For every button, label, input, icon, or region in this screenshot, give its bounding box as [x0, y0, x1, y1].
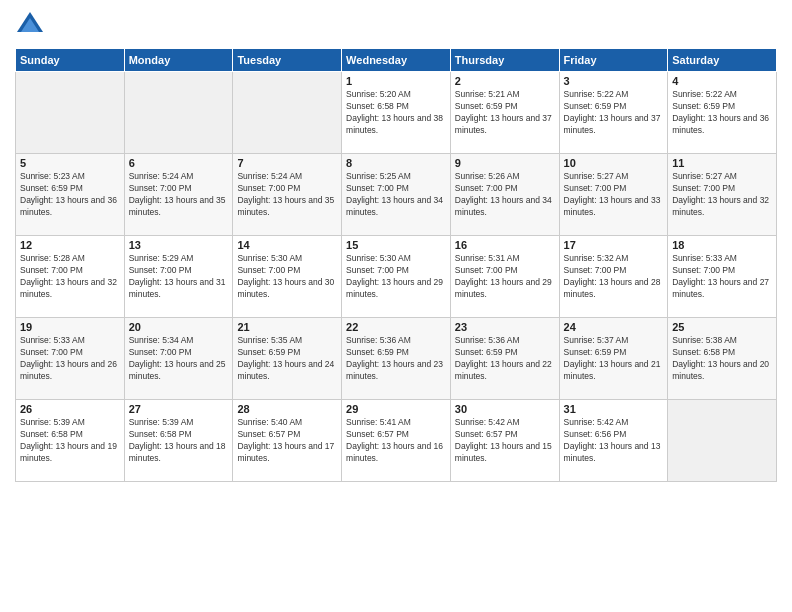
cell-w3-d6: 17Sunrise: 5:32 AMSunset: 7:00 PMDayligh…	[559, 236, 668, 318]
cell-w3-d4: 15Sunrise: 5:30 AMSunset: 7:00 PMDayligh…	[342, 236, 451, 318]
cell-w5-d6: 31Sunrise: 5:42 AMSunset: 6:56 PMDayligh…	[559, 400, 668, 482]
cell-w5-d7	[668, 400, 777, 482]
cell-w2-d6: 10Sunrise: 5:27 AMSunset: 7:00 PMDayligh…	[559, 154, 668, 236]
day-info-7: Sunrise: 5:24 AMSunset: 7:00 PMDaylight:…	[237, 171, 337, 219]
cell-w2-d1: 5Sunrise: 5:23 AMSunset: 6:59 PMDaylight…	[16, 154, 125, 236]
weekday-row: Sunday Monday Tuesday Wednesday Thursday…	[16, 49, 777, 72]
logo-icon	[15, 10, 45, 40]
day-info-10: Sunrise: 5:27 AMSunset: 7:00 PMDaylight:…	[564, 171, 664, 219]
day-info-29: Sunrise: 5:41 AMSunset: 6:57 PMDaylight:…	[346, 417, 446, 465]
cell-w3-d3: 14Sunrise: 5:30 AMSunset: 7:00 PMDayligh…	[233, 236, 342, 318]
cell-w1-d5: 2Sunrise: 5:21 AMSunset: 6:59 PMDaylight…	[450, 72, 559, 154]
day-info-23: Sunrise: 5:36 AMSunset: 6:59 PMDaylight:…	[455, 335, 555, 383]
cell-w1-d1	[16, 72, 125, 154]
day-info-21: Sunrise: 5:35 AMSunset: 6:59 PMDaylight:…	[237, 335, 337, 383]
day-info-27: Sunrise: 5:39 AMSunset: 6:58 PMDaylight:…	[129, 417, 229, 465]
cell-w2-d4: 8Sunrise: 5:25 AMSunset: 7:00 PMDaylight…	[342, 154, 451, 236]
day-number-20: 20	[129, 321, 229, 333]
cell-w5-d2: 27Sunrise: 5:39 AMSunset: 6:58 PMDayligh…	[124, 400, 233, 482]
day-info-16: Sunrise: 5:31 AMSunset: 7:00 PMDaylight:…	[455, 253, 555, 301]
day-number-17: 17	[564, 239, 664, 251]
day-info-11: Sunrise: 5:27 AMSunset: 7:00 PMDaylight:…	[672, 171, 772, 219]
page: Sunday Monday Tuesday Wednesday Thursday…	[0, 0, 792, 612]
calendar-table: Sunday Monday Tuesday Wednesday Thursday…	[15, 48, 777, 482]
cell-w4-d5: 23Sunrise: 5:36 AMSunset: 6:59 PMDayligh…	[450, 318, 559, 400]
day-info-31: Sunrise: 5:42 AMSunset: 6:56 PMDaylight:…	[564, 417, 664, 465]
cell-w2-d5: 9Sunrise: 5:26 AMSunset: 7:00 PMDaylight…	[450, 154, 559, 236]
day-info-9: Sunrise: 5:26 AMSunset: 7:00 PMDaylight:…	[455, 171, 555, 219]
day-info-19: Sunrise: 5:33 AMSunset: 7:00 PMDaylight:…	[20, 335, 120, 383]
col-thursday: Thursday	[450, 49, 559, 72]
cell-w5-d1: 26Sunrise: 5:39 AMSunset: 6:58 PMDayligh…	[16, 400, 125, 482]
header	[15, 10, 777, 40]
week-row-3: 12Sunrise: 5:28 AMSunset: 7:00 PMDayligh…	[16, 236, 777, 318]
day-number-13: 13	[129, 239, 229, 251]
day-number-10: 10	[564, 157, 664, 169]
day-number-11: 11	[672, 157, 772, 169]
week-row-4: 19Sunrise: 5:33 AMSunset: 7:00 PMDayligh…	[16, 318, 777, 400]
col-tuesday: Tuesday	[233, 49, 342, 72]
cell-w3-d1: 12Sunrise: 5:28 AMSunset: 7:00 PMDayligh…	[16, 236, 125, 318]
day-number-8: 8	[346, 157, 446, 169]
cell-w1-d2	[124, 72, 233, 154]
day-info-14: Sunrise: 5:30 AMSunset: 7:00 PMDaylight:…	[237, 253, 337, 301]
cell-w2-d3: 7Sunrise: 5:24 AMSunset: 7:00 PMDaylight…	[233, 154, 342, 236]
day-info-24: Sunrise: 5:37 AMSunset: 6:59 PMDaylight:…	[564, 335, 664, 383]
day-number-26: 26	[20, 403, 120, 415]
day-number-2: 2	[455, 75, 555, 87]
cell-w2-d7: 11Sunrise: 5:27 AMSunset: 7:00 PMDayligh…	[668, 154, 777, 236]
day-info-5: Sunrise: 5:23 AMSunset: 6:59 PMDaylight:…	[20, 171, 120, 219]
day-info-18: Sunrise: 5:33 AMSunset: 7:00 PMDaylight:…	[672, 253, 772, 301]
cell-w1-d4: 1Sunrise: 5:20 AMSunset: 6:58 PMDaylight…	[342, 72, 451, 154]
day-info-17: Sunrise: 5:32 AMSunset: 7:00 PMDaylight:…	[564, 253, 664, 301]
day-number-27: 27	[129, 403, 229, 415]
week-row-2: 5Sunrise: 5:23 AMSunset: 6:59 PMDaylight…	[16, 154, 777, 236]
day-number-28: 28	[237, 403, 337, 415]
day-number-30: 30	[455, 403, 555, 415]
day-number-1: 1	[346, 75, 446, 87]
day-number-4: 4	[672, 75, 772, 87]
day-info-8: Sunrise: 5:25 AMSunset: 7:00 PMDaylight:…	[346, 171, 446, 219]
day-number-7: 7	[237, 157, 337, 169]
day-number-14: 14	[237, 239, 337, 251]
cell-w5-d4: 29Sunrise: 5:41 AMSunset: 6:57 PMDayligh…	[342, 400, 451, 482]
day-number-21: 21	[237, 321, 337, 333]
cell-w2-d2: 6Sunrise: 5:24 AMSunset: 7:00 PMDaylight…	[124, 154, 233, 236]
day-number-18: 18	[672, 239, 772, 251]
col-wednesday: Wednesday	[342, 49, 451, 72]
day-info-15: Sunrise: 5:30 AMSunset: 7:00 PMDaylight:…	[346, 253, 446, 301]
day-info-2: Sunrise: 5:21 AMSunset: 6:59 PMDaylight:…	[455, 89, 555, 137]
day-info-13: Sunrise: 5:29 AMSunset: 7:00 PMDaylight:…	[129, 253, 229, 301]
day-number-15: 15	[346, 239, 446, 251]
week-row-5: 26Sunrise: 5:39 AMSunset: 6:58 PMDayligh…	[16, 400, 777, 482]
day-info-12: Sunrise: 5:28 AMSunset: 7:00 PMDaylight:…	[20, 253, 120, 301]
cell-w3-d2: 13Sunrise: 5:29 AMSunset: 7:00 PMDayligh…	[124, 236, 233, 318]
cell-w3-d5: 16Sunrise: 5:31 AMSunset: 7:00 PMDayligh…	[450, 236, 559, 318]
day-info-30: Sunrise: 5:42 AMSunset: 6:57 PMDaylight:…	[455, 417, 555, 465]
day-info-20: Sunrise: 5:34 AMSunset: 7:00 PMDaylight:…	[129, 335, 229, 383]
day-number-6: 6	[129, 157, 229, 169]
day-info-6: Sunrise: 5:24 AMSunset: 7:00 PMDaylight:…	[129, 171, 229, 219]
day-number-9: 9	[455, 157, 555, 169]
day-number-24: 24	[564, 321, 664, 333]
day-number-23: 23	[455, 321, 555, 333]
cell-w4-d4: 22Sunrise: 5:36 AMSunset: 6:59 PMDayligh…	[342, 318, 451, 400]
day-number-19: 19	[20, 321, 120, 333]
cell-w3-d7: 18Sunrise: 5:33 AMSunset: 7:00 PMDayligh…	[668, 236, 777, 318]
col-sunday: Sunday	[16, 49, 125, 72]
day-info-26: Sunrise: 5:39 AMSunset: 6:58 PMDaylight:…	[20, 417, 120, 465]
cell-w4-d7: 25Sunrise: 5:38 AMSunset: 6:58 PMDayligh…	[668, 318, 777, 400]
logo	[15, 10, 49, 40]
day-number-29: 29	[346, 403, 446, 415]
day-info-1: Sunrise: 5:20 AMSunset: 6:58 PMDaylight:…	[346, 89, 446, 137]
day-number-25: 25	[672, 321, 772, 333]
day-number-31: 31	[564, 403, 664, 415]
cell-w4-d3: 21Sunrise: 5:35 AMSunset: 6:59 PMDayligh…	[233, 318, 342, 400]
day-info-22: Sunrise: 5:36 AMSunset: 6:59 PMDaylight:…	[346, 335, 446, 383]
day-info-4: Sunrise: 5:22 AMSunset: 6:59 PMDaylight:…	[672, 89, 772, 137]
cell-w4-d6: 24Sunrise: 5:37 AMSunset: 6:59 PMDayligh…	[559, 318, 668, 400]
cell-w4-d1: 19Sunrise: 5:33 AMSunset: 7:00 PMDayligh…	[16, 318, 125, 400]
cell-w5-d5: 30Sunrise: 5:42 AMSunset: 6:57 PMDayligh…	[450, 400, 559, 482]
day-info-3: Sunrise: 5:22 AMSunset: 6:59 PMDaylight:…	[564, 89, 664, 137]
cell-w4-d2: 20Sunrise: 5:34 AMSunset: 7:00 PMDayligh…	[124, 318, 233, 400]
